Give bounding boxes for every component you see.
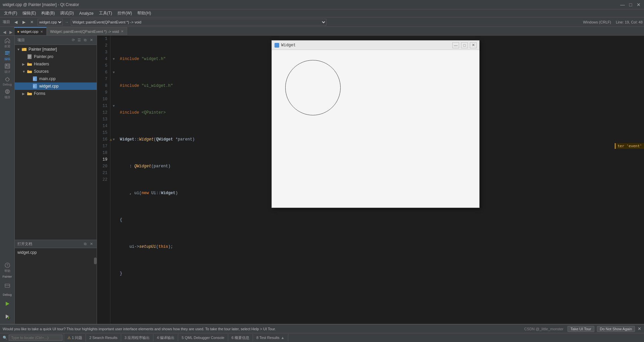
svg-text:C: C: [33, 78, 35, 80]
bottom-tab-issues[interactable]: ⚠ 1 问题: [64, 334, 86, 341]
ln-16: 16: [97, 136, 107, 143]
sidebar-item-run[interactable]: [1, 280, 13, 292]
panel-header-buttons: ⟳ ☰ ⧉ ✕: [70, 38, 94, 43]
open-files-float-button[interactable]: ⧉: [83, 241, 88, 247]
forms-folder-icon: [27, 91, 32, 96]
kw-new-6: new: [142, 190, 149, 196]
fold-19: [110, 156, 117, 163]
code-editor[interactable]: 1 2 3 4 5 6 7 8 9 10 11 12 13 14 15 16 1…: [97, 36, 644, 324]
tab-widget-cpp[interactable]: ● widget.cpp ✕: [14, 27, 47, 35]
tab-paint-event[interactable]: Widget::paintEvent(QPaintEvent *) -> voi…: [47, 27, 127, 35]
svg-rect-39: [27, 93, 32, 95]
ln-3: 3: [97, 49, 107, 56]
ln-9: 9: [97, 89, 107, 96]
scrollbar-thumb[interactable]: [94, 258, 97, 264]
tree-item-widget-cpp[interactable]: ▶ C widget.cpp: [15, 82, 97, 90]
take-tour-button[interactable]: Take UI Tour: [567, 326, 594, 332]
menu-help[interactable]: 帮助(H): [135, 9, 154, 17]
menu-file[interactable]: 文件(F): [1, 9, 20, 17]
panel-close-button[interactable]: ✕: [89, 38, 94, 43]
tab-func-close-button[interactable]: ✕: [120, 30, 124, 33]
sidebar-item-help[interactable]: ? 帮助: [1, 262, 13, 274]
tree-item-pro[interactable]: ▶ Painter.pro: [15, 53, 97, 60]
function-dropdown[interactable]: Widget::paintEvent(QPaintEvent *) -> voi…: [71, 19, 327, 25]
ln-2: 2: [97, 42, 107, 49]
bottom-tab-summary[interactable]: 6 概要信息: [228, 334, 253, 341]
plain-4c: *parent): [173, 136, 195, 143]
fold-11[interactable]: ▼: [110, 103, 117, 109]
widget-minimize-button[interactable]: —: [452, 42, 459, 48]
ln-12: 12: [97, 109, 107, 116]
panel-float-button[interactable]: ⧉: [83, 38, 88, 43]
str-2: "ui_widget.h": [142, 82, 173, 89]
svg-rect-1: [5, 53, 10, 53]
svg-rect-18: [5, 284, 10, 287]
tab-close-button[interactable]: ✕: [40, 30, 44, 34]
maximize-button[interactable]: □: [628, 2, 633, 7]
close-button[interactable]: ✕: [636, 2, 641, 7]
open-files-close-button[interactable]: ✕: [89, 241, 94, 247]
tree-item-headers[interactable]: ▶ Headers: [15, 60, 97, 68]
ln-8: 8: [97, 82, 107, 89]
kw-include-3: #include: [120, 109, 142, 116]
project-label-icon: 项目: [4, 95, 10, 100]
sidebar-item-welcome[interactable]: 欢迎: [1, 37, 13, 49]
plain-8a: ui->: [120, 243, 139, 250]
tree-item-forms[interactable]: ▶ Forms: [15, 90, 97, 97]
widget-maximize-button[interactable]: □: [461, 42, 468, 48]
bottom-tab-app-output[interactable]: 3 应用程序输出: [121, 334, 153, 341]
fold-gutter: ▼ ▼ ▼ ⚠ ▼: [110, 36, 117, 324]
sidebar-item-design[interactable]: 设计: [1, 62, 13, 74]
tour-close-button[interactable]: ✕: [638, 326, 641, 331]
bottom-tab-qml-debugger[interactable]: 5 QML Debugger Console: [178, 334, 228, 341]
widget-preview-window[interactable]: Widget — □ ✕: [271, 40, 480, 208]
sidebar-item-debug[interactable]: Debug: [1, 75, 13, 87]
sidebar-item-project[interactable]: 项目: [1, 88, 13, 100]
menu-controls[interactable]: 控件(W): [115, 9, 135, 17]
open-file-widget-cpp[interactable]: widget.cpp: [15, 249, 97, 256]
sync-button[interactable]: ⟳: [70, 38, 76, 43]
position-status: Line: 19, Col: 48: [616, 20, 643, 24]
tree-label-forms: Forms: [34, 91, 45, 96]
plain-4a: ::: [134, 136, 139, 143]
fold-4[interactable]: ▼: [110, 56, 117, 62]
bottom-tab-test[interactable]: 8 Test Results ▲: [253, 334, 288, 341]
bottom-tab-build-output[interactable]: 4 编译输出: [153, 334, 178, 341]
panel-menu-button[interactable]: ☰: [77, 38, 82, 43]
nav-back-button[interactable]: ◀: [12, 18, 19, 26]
menu-tools[interactable]: 工具(T): [96, 9, 115, 17]
minimize-button[interactable]: —: [620, 2, 625, 7]
ln-18: 18: [97, 150, 107, 156]
menu-edit[interactable]: 编辑(E): [20, 9, 39, 17]
fold-6[interactable]: ▼: [110, 69, 117, 76]
code-line-9: }: [120, 270, 644, 277]
tree-item-sources[interactable]: ▼ Sources: [15, 68, 97, 75]
nav-forward-button[interactable]: ▶: [20, 18, 28, 26]
cls-qwidget-4: QWidget: [156, 136, 173, 143]
menu-build[interactable]: 构建(B): [39, 9, 57, 17]
plain-5a: :: [120, 163, 134, 170]
plain-5b: (parent): [151, 163, 171, 170]
locate-input[interactable]: [9, 335, 62, 341]
tab-nav-right[interactable]: ▶: [8, 29, 14, 35]
menu-debug[interactable]: 调试(D): [57, 9, 77, 17]
tree-item-painter[interactable]: ▼ Painter [master]: [15, 46, 97, 53]
scrollbar[interactable]: [94, 257, 97, 324]
widget-close-button[interactable]: ✕: [470, 42, 477, 48]
func-4: Widget: [139, 136, 154, 143]
drawn-ellipse: [285, 60, 341, 115]
dont-show-button[interactable]: Do Not Show Again: [597, 326, 635, 332]
run-debug-button[interactable]: [1, 310, 13, 323]
bottom-tab-search[interactable]: 2 Search Results: [86, 334, 121, 341]
menu-analyze[interactable]: Analyze: [77, 9, 96, 17]
search-results-label: 2 Search Results: [89, 336, 117, 340]
close-file-button[interactable]: ✕: [28, 18, 36, 26]
ln-10: 10: [97, 96, 107, 103]
tree-item-main-cpp[interactable]: ▶ C main.cpp: [15, 75, 97, 82]
sidebar-item-edit[interactable]: 编辑: [1, 50, 13, 62]
file-dropdown[interactable]: widget.cpp: [38, 19, 63, 25]
tree-label-main-cpp: main.cpp: [39, 76, 56, 81]
run-button[interactable]: [1, 298, 13, 310]
tab-nav-left[interactable]: ◀: [1, 29, 7, 35]
fold-16[interactable]: ⚠ ▼: [110, 136, 117, 143]
